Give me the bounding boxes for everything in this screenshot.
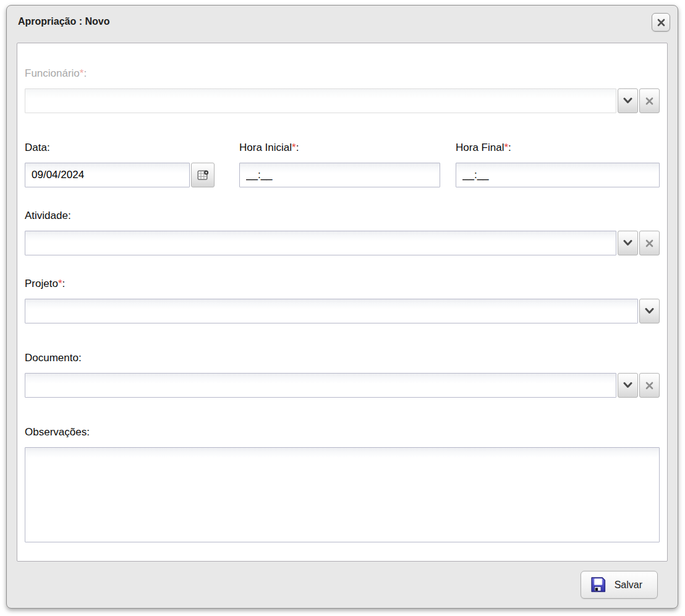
documento-clear-trigger[interactable] — [639, 373, 660, 398]
chevron-down-icon — [623, 240, 632, 246]
chevron-down-icon — [623, 382, 632, 388]
atividade-field-group: Atividade: — [25, 209, 660, 255]
funcionario-combo — [25, 88, 660, 113]
form-panel: Funcionário*: — [17, 43, 668, 562]
projeto-input[interactable] — [25, 299, 638, 323]
hora-final-field-group: Hora Final*: — [456, 141, 660, 187]
data-calendar-trigger[interactable] — [191, 163, 215, 187]
atividade-label: Atividade: — [25, 209, 660, 223]
documento-label: Documento: — [25, 351, 660, 365]
required-asterisk: * — [292, 142, 296, 153]
hora-inicial-label: Hora Inicial*: — [239, 141, 440, 155]
observacoes-textarea[interactable] — [25, 447, 660, 542]
dialog-title: Apropriação : Novo — [18, 16, 109, 27]
atividade-input[interactable] — [25, 231, 616, 255]
hora-final-label: Hora Final*: — [456, 141, 660, 155]
projeto-label: Projeto*: — [25, 277, 660, 291]
atividade-clear-trigger[interactable] — [639, 231, 660, 255]
documento-input[interactable] — [25, 373, 616, 398]
funcionario-label: Funcionário*: — [25, 67, 660, 80]
page: Apropriação : Novo Funcionário*: — [0, 0, 685, 616]
close-icon — [657, 18, 666, 27]
atividade-dropdown-trigger[interactable] — [618, 231, 638, 255]
atividade-combo — [25, 231, 660, 255]
save-button-label: Salvar — [615, 580, 642, 591]
funcionario-dropdown-trigger — [618, 88, 638, 113]
funcionario-input — [25, 88, 616, 113]
data-label: Data: — [25, 141, 215, 155]
dialog-window: Apropriação : Novo Funcionário*: — [6, 5, 678, 609]
documento-combo — [25, 373, 660, 398]
clear-x-icon — [645, 239, 653, 247]
save-button[interactable]: Salvar — [581, 571, 658, 599]
calendar-icon — [197, 169, 209, 181]
projeto-dropdown-trigger[interactable] — [639, 299, 660, 323]
datetime-row: Data: — [25, 141, 660, 187]
clear-x-icon — [645, 382, 653, 390]
data-date-field — [25, 163, 215, 187]
projeto-combo — [25, 299, 660, 323]
funcionario-clear-trigger — [639, 88, 660, 113]
dialog-footer: Salvar — [7, 562, 678, 608]
required-asterisk: * — [58, 278, 62, 289]
projeto-field-group: Projeto*: — [25, 277, 660, 323]
documento-field-group: Documento: — [25, 351, 660, 398]
funcionario-field-group: Funcionário*: — [25, 67, 660, 113]
close-button[interactable] — [652, 13, 670, 32]
hora-inicial-field-group: Hora Inicial*: — [239, 141, 440, 187]
documento-dropdown-trigger[interactable] — [618, 373, 638, 398]
clear-x-icon — [645, 97, 653, 105]
data-input[interactable] — [25, 163, 190, 187]
observacoes-label: Observações: — [25, 426, 660, 439]
hora-inicial-input[interactable] — [239, 163, 440, 187]
dialog-titlebar: Apropriação : Novo — [7, 6, 678, 38]
hora-final-input[interactable] — [456, 163, 660, 187]
chevron-down-icon — [645, 308, 654, 314]
chevron-down-icon — [623, 98, 632, 104]
save-floppy-icon — [590, 576, 606, 593]
observacoes-field-group: Observações: — [25, 426, 660, 545]
data-field-group: Data: — [25, 141, 215, 187]
